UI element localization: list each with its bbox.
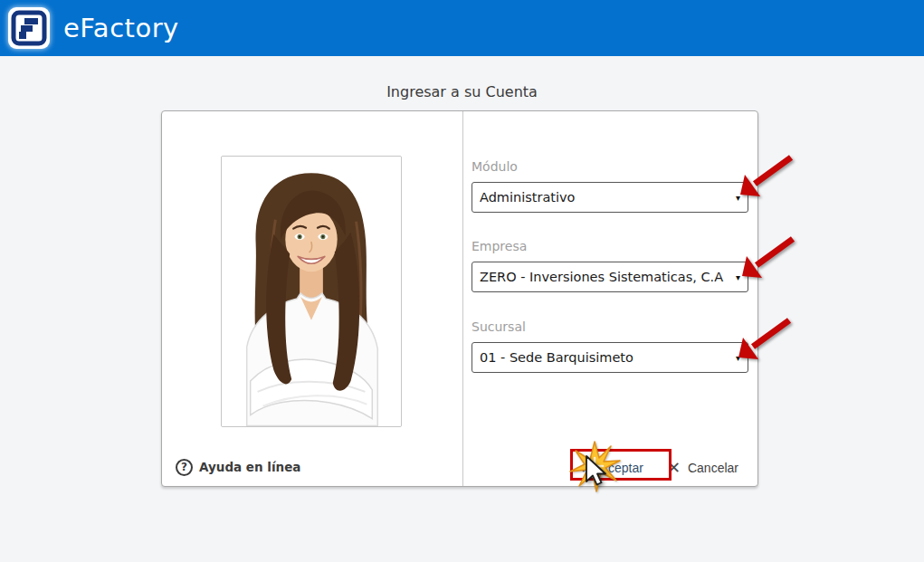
efactory-logo-icon bbox=[7, 6, 51, 50]
chevron-down-icon: ▾ bbox=[736, 353, 740, 363]
sucursal-value: 01 - Sede Barquisimeto bbox=[480, 350, 633, 365]
app-title: eFactory bbox=[63, 13, 179, 43]
woman-portrait-illustration bbox=[222, 157, 401, 426]
cancel-label: Cancelar bbox=[688, 461, 738, 475]
sucursal-field: Sucursal 01 - Sede Barquisimeto ▾ bbox=[472, 319, 748, 373]
empresa-select[interactable]: ZERO - Inversiones Sistematicas, C.A. ▾ bbox=[472, 262, 748, 292]
chevron-down-icon: ▾ bbox=[736, 272, 740, 282]
modulo-field: Módulo Administrativo ▾ bbox=[472, 159, 748, 213]
panel-divider bbox=[462, 111, 463, 486]
cancel-button[interactable]: ✕ Cancelar bbox=[662, 454, 744, 481]
help-label: Ayuda en línea bbox=[199, 460, 300, 474]
login-card: ? Ayuda en línea Módulo Administrativo ▾… bbox=[161, 110, 758, 487]
question-circle-icon: ? bbox=[176, 459, 193, 476]
empresa-field: Empresa ZERO - Inversiones Sistematicas,… bbox=[472, 239, 748, 292]
chevron-down-icon: ▾ bbox=[736, 193, 740, 203]
modulo-label: Módulo bbox=[472, 159, 748, 174]
accept-highlight-box bbox=[570, 449, 672, 481]
modulo-value: Administrativo bbox=[480, 190, 576, 205]
help-link[interactable]: ? Ayuda en línea bbox=[176, 456, 300, 478]
modulo-select[interactable]: Administrativo ▾ bbox=[472, 182, 748, 213]
sucursal-select[interactable]: 01 - Sede Barquisimeto ▾ bbox=[472, 342, 748, 373]
app-header: eFactory bbox=[0, 0, 924, 56]
sucursal-label: Sucursal bbox=[472, 319, 748, 334]
user-photo bbox=[221, 156, 402, 427]
page-title: Ingresar a su Cuenta bbox=[0, 83, 924, 100]
empresa-value: ZERO - Inversiones Sistematicas, C.A. bbox=[480, 270, 724, 284]
empresa-label: Empresa bbox=[472, 239, 748, 253]
